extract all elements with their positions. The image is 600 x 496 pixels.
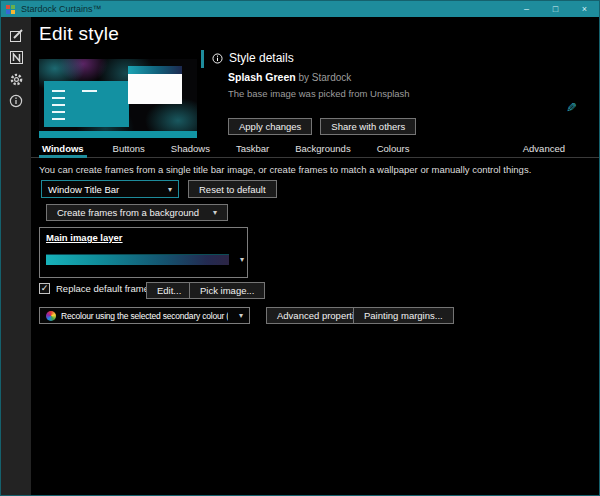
chevron-down-icon[interactable]: ▾ <box>240 255 244 264</box>
colour-wheel-icon <box>46 311 56 321</box>
sidebar <box>1 17 31 495</box>
content-area: Edit style Style details Splash Green by… <box>31 17 599 495</box>
settings-gear-icon[interactable] <box>7 70 25 88</box>
style-base-note: The base image was picked from Unsplash <box>228 88 410 99</box>
recolour-select[interactable]: Recolour using the selected secondary co… <box>39 307 250 324</box>
window-title: Stardock Curtains™ <box>21 4 102 14</box>
element-select-value: Window Title Bar <box>48 184 119 195</box>
details-heading: Style details <box>229 51 294 65</box>
layer-panel: Main image layer ▾ <box>39 227 248 278</box>
app-logo-icon <box>6 5 15 14</box>
style-preview-image <box>39 59 197 138</box>
details-accent-bar <box>201 50 204 68</box>
tab-colours[interactable]: Colours <box>377 140 410 158</box>
info-circle-icon <box>212 53 223 64</box>
reset-to-default-button[interactable]: Reset to default <box>188 180 277 198</box>
replace-default-frames-checkbox[interactable]: ✓ <box>39 283 50 294</box>
tab-bar: Windows Buttons Shadows Taskbar Backgrou… <box>31 140 599 158</box>
chevron-down-icon: ▾ <box>213 208 217 217</box>
style-name: Splash Green <box>228 71 296 83</box>
edit-pencil-icon[interactable]: ✎ <box>566 100 577 115</box>
chevron-down-icon: ▾ <box>162 185 172 194</box>
create-frames-button[interactable]: Create frames from a background ▾ <box>46 204 228 221</box>
style-author: by Stardock <box>298 72 351 83</box>
layer-gradient-strip[interactable] <box>46 254 229 265</box>
share-with-others-button[interactable]: Share with others <box>320 118 416 135</box>
edit-button[interactable]: Edit... <box>146 282 192 299</box>
titlebar: Stardock Curtains™ – □ × <box>1 1 599 17</box>
tab-buttons[interactable]: Buttons <box>113 140 145 158</box>
apply-changes-button[interactable]: Apply changes <box>228 118 312 135</box>
create-frames-label: Create frames from a background <box>57 207 199 218</box>
preview-menu-lines <box>52 90 65 124</box>
app-window: Stardock Curtains™ – □ × Edit style <box>0 0 600 496</box>
edit-style-icon[interactable] <box>7 26 25 44</box>
page-title: Edit style <box>39 23 119 45</box>
style-name-row: Splash Green by Stardock <box>228 71 351 83</box>
tab-taskbar[interactable]: Taskbar <box>236 140 269 158</box>
preview-menu-dash <box>82 90 97 92</box>
tab-shadows[interactable]: Shadows <box>171 140 210 158</box>
close-icon[interactable]: × <box>570 1 599 17</box>
info-icon[interactable] <box>7 92 25 110</box>
styles-icon[interactable] <box>7 48 25 66</box>
chevron-down-icon: ▾ <box>233 311 243 320</box>
painting-margins-button[interactable]: Painting margins... <box>353 307 454 324</box>
tab-advanced[interactable]: Advanced <box>523 140 565 158</box>
replace-default-frames-label: Replace default frames <box>56 283 154 294</box>
tab-windows[interactable]: Windows <box>39 140 87 158</box>
pick-image-button[interactable]: Pick image... <box>189 282 265 299</box>
maximize-icon[interactable]: □ <box>541 1 570 17</box>
windows-tab-intro: You can create frames from a single titl… <box>39 164 531 175</box>
preview-window-mockup <box>44 81 129 127</box>
preview-taskbar-mockup <box>39 131 197 138</box>
recolour-select-value: Recolour using the selected secondary co… <box>61 311 228 321</box>
element-select[interactable]: Window Title Bar ▾ <box>41 180 179 198</box>
preview-titlebar-gradient <box>128 66 182 74</box>
layer-title-link[interactable]: Main image layer <box>46 232 123 243</box>
minimize-icon[interactable]: – <box>512 1 541 17</box>
tab-backgrounds[interactable]: Backgrounds <box>295 140 350 158</box>
preview-dialog-mockup <box>128 66 182 104</box>
